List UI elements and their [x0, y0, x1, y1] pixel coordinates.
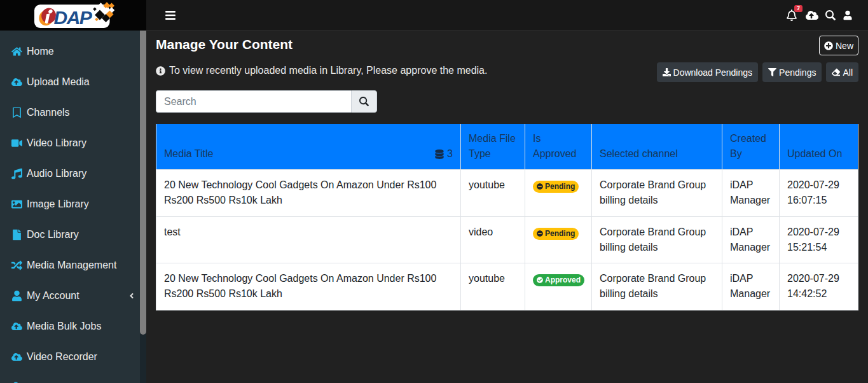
svg-text:DAP: DAP	[54, 7, 93, 28]
